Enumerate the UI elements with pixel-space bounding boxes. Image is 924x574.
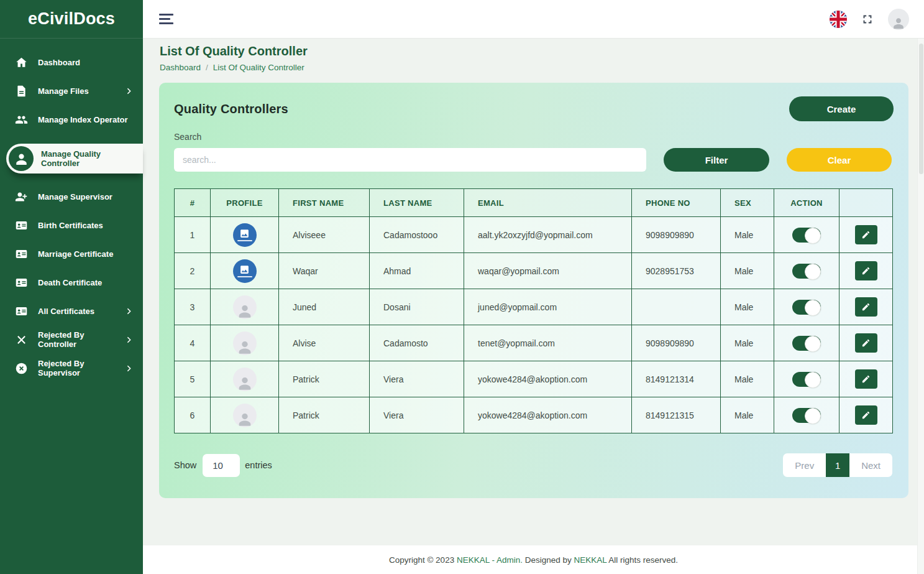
cell-first-name: Patrick xyxy=(279,361,370,397)
cell-email: yokowe4284@akoption.com xyxy=(464,397,632,433)
topbar xyxy=(143,0,924,39)
next-page-button[interactable]: Next xyxy=(849,453,892,477)
sidebar-item-label: Manage Supervisor xyxy=(38,192,112,201)
sidebar-item-rejected-by-supervisor[interactable]: Rejected By Supervisor xyxy=(0,356,143,381)
profile-photo-badge xyxy=(233,259,257,283)
status-toggle[interactable] xyxy=(792,408,821,423)
cell-phone: 8149121315 xyxy=(632,397,721,433)
cell-email: waqar@yopmail.com xyxy=(464,253,632,289)
table-row: 1AlviseeeCadamostoooaalt.yk2oxzyjfd@yopm… xyxy=(175,217,893,253)
home-icon xyxy=(14,55,29,70)
create-button[interactable]: Create xyxy=(789,96,894,121)
chevron-right-icon xyxy=(125,87,133,95)
cell-profile xyxy=(211,217,279,253)
sidebar-item-manage-quality-controller[interactable]: Manage Quality Controller xyxy=(6,144,143,174)
cell-phone: 9098909890 xyxy=(632,325,721,361)
cell-sex: Male xyxy=(721,289,774,325)
cell-email: juned@yopmail.com xyxy=(464,289,632,325)
pagination: Prev 1 Next xyxy=(783,453,892,477)
cell-action xyxy=(774,397,839,433)
sidebar-item-label: Rejected By Controller xyxy=(38,330,116,349)
sidebar-item-label: Manage Quality Controller xyxy=(41,149,137,168)
quality-controllers-table: #PROFILEFIRST NAMELAST NAMEEMAILPHONE NO… xyxy=(174,188,893,433)
table-row: 3JunedDosanijuned@yopmail.comMale xyxy=(175,289,893,325)
sidebar-item-death-certificate[interactable]: Death Certificate xyxy=(0,270,143,295)
cell-first-name: Alvise xyxy=(279,325,370,361)
cell-last-name: Dosani xyxy=(370,289,464,325)
search-input[interactable] xyxy=(174,148,646,172)
sidebar-item-dashboard[interactable]: Dashboard xyxy=(0,50,143,75)
edit-button[interactable] xyxy=(855,297,877,317)
id-card-icon xyxy=(14,303,29,318)
column-header-email: EMAIL xyxy=(464,189,632,217)
footer-brand-admin-link[interactable]: NEKKAL - Admin. xyxy=(457,555,523,565)
cell-email: tenet@yopmail.com xyxy=(464,325,632,361)
person-icon xyxy=(9,146,34,171)
scrollbar-thumb[interactable] xyxy=(919,44,923,174)
sidebar-item-manage-index-operator[interactable]: Manage Index Operator xyxy=(0,107,143,132)
cell-last-name: Ahmad xyxy=(370,253,464,289)
cell-sex: Male xyxy=(721,325,774,361)
cell-first-name: Juned xyxy=(279,289,370,325)
edit-button[interactable] xyxy=(855,225,877,244)
status-toggle[interactable] xyxy=(792,228,821,243)
page-scrollbar[interactable] xyxy=(917,39,924,574)
edit-button[interactable] xyxy=(855,261,877,280)
sidebar-item-all-certificates[interactable]: All Certificates xyxy=(0,299,143,323)
profile-placeholder-icon xyxy=(233,404,257,427)
breadcrumb-current: List Of Quality Controller xyxy=(213,63,304,72)
breadcrumb: Dashboard / List Of Quality Controller xyxy=(160,63,308,72)
x-circle-icon xyxy=(14,361,29,376)
cell-num: 6 xyxy=(175,397,211,433)
cell-first-name: Patrick xyxy=(279,397,370,433)
cell-action xyxy=(774,325,839,361)
clear-button[interactable]: Clear xyxy=(787,148,892,172)
profile-photo-badge xyxy=(233,223,257,247)
sidebar-item-birth-certificates[interactable]: Birth Certificates xyxy=(0,213,143,238)
status-toggle[interactable] xyxy=(792,300,821,315)
column-header-num: # xyxy=(175,189,211,217)
cell-sex: Male xyxy=(721,217,774,253)
sidebar-item-rejected-by-controller[interactable]: Rejected By Controller xyxy=(0,327,143,352)
status-toggle[interactable] xyxy=(792,264,821,279)
sidebar-item-manage-supervisor[interactable]: Manage Supervisor xyxy=(0,184,143,209)
cell-sex: Male xyxy=(721,361,774,397)
fullscreen-icon[interactable] xyxy=(861,12,874,26)
current-page-button[interactable]: 1 xyxy=(826,453,849,477)
hamburger-icon[interactable] xyxy=(159,14,173,24)
people-icon xyxy=(14,112,29,127)
uk-flag-icon[interactable] xyxy=(830,11,847,28)
cell-profile xyxy=(211,325,279,361)
edit-button[interactable] xyxy=(855,369,877,389)
photo-caption xyxy=(237,276,252,278)
status-toggle[interactable] xyxy=(792,336,821,351)
cell-profile xyxy=(211,289,279,325)
x-icon xyxy=(14,332,29,347)
copyright-text: Copyright © 2023 NEKKAL - Admin. Designe… xyxy=(389,555,678,565)
prev-page-button[interactable]: Prev xyxy=(783,453,826,477)
status-toggle[interactable] xyxy=(792,372,821,387)
panel-title: Quality Controllers xyxy=(174,102,288,116)
sidebar-item-marriage-certificate[interactable]: Marriage Certificate xyxy=(0,241,143,266)
page-head: List Of Quality Controller Dashboard / L… xyxy=(160,44,308,72)
cell-edit xyxy=(839,289,893,325)
profile-placeholder-icon xyxy=(233,295,257,319)
table-row: 4AlviseCadamostotenet@yopmail.com9098909… xyxy=(175,325,893,361)
table-row: 6PatrickVierayokowe4284@akoption.com8149… xyxy=(175,397,893,433)
edit-button[interactable] xyxy=(855,405,877,425)
breadcrumb-dashboard[interactable]: Dashboard xyxy=(160,63,201,72)
profile-placeholder-icon xyxy=(233,368,257,391)
sidebar-item-manage-files[interactable]: Manage Files xyxy=(0,78,143,103)
footer-brand-link[interactable]: NEKKAL xyxy=(574,555,607,565)
cell-email: yokowe4284@akoption.com xyxy=(464,361,632,397)
user-avatar[interactable] xyxy=(888,9,909,30)
profile-placeholder-icon xyxy=(233,331,257,355)
cell-edit xyxy=(839,253,893,289)
cell-action xyxy=(774,289,839,325)
filter-button[interactable]: Filter xyxy=(664,148,769,172)
page-title: List Of Quality Controller xyxy=(160,44,308,58)
table-row: 2WaqarAhmadwaqar@yopmail.com9028951753Ma… xyxy=(175,253,893,289)
edit-button[interactable] xyxy=(855,333,877,353)
entries-input[interactable] xyxy=(203,454,240,477)
id-card-icon xyxy=(14,218,29,233)
